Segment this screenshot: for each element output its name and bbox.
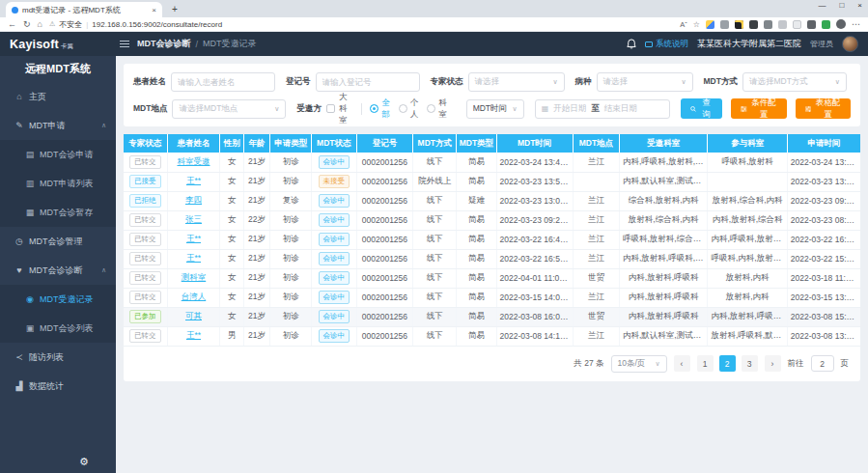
table-row[interactable]: 已参加可其女21岁初诊会诊中0002001256线下简易2022-03-08 1… xyxy=(124,307,860,326)
sidebar-item-mdt-consult-diagnosis[interactable]: ♥MDT会诊诊断∧ xyxy=(0,256,116,285)
new-tab-button[interactable]: + xyxy=(172,2,178,17)
column-header: MDT方式 xyxy=(413,134,457,153)
column-header: 申请类型 xyxy=(270,134,312,153)
reg-no-input[interactable] xyxy=(316,72,420,92)
status-badge: 已转交 xyxy=(129,155,161,169)
radio-all[interactable]: 全部 xyxy=(370,97,390,121)
extension-icon[interactable] xyxy=(764,20,772,29)
browser-profile-avatar[interactable] xyxy=(836,19,846,29)
patient-name-link[interactable]: 李四 xyxy=(185,195,202,205)
sidebar-item-mdt-consult-apply[interactable]: ▤MDT会诊申请 xyxy=(0,140,116,169)
page-button-2[interactable]: 2 xyxy=(719,355,736,372)
sidebar-item-mdt-invite-record[interactable]: ◉MDT受邀记录 xyxy=(0,285,116,314)
next-page-button[interactable]: › xyxy=(765,355,781,372)
extension-icon[interactable] xyxy=(793,20,801,29)
clock-icon: ◷ xyxy=(14,236,25,246)
column-header: MDT类型 xyxy=(457,134,496,153)
favorite-star-icon[interactable]: ☆ xyxy=(693,20,700,29)
sidebar: 远程MDT系统 ⌂主页✎MDT申请∧▤MDT会诊申请▥MDT申请列表▦MDT会诊… xyxy=(0,56,116,473)
extension-icon[interactable] xyxy=(807,20,816,29)
notification-bell-icon[interactable] xyxy=(627,39,636,49)
extension-icon[interactable] xyxy=(735,20,743,29)
table-row[interactable]: 已转交王**男21岁初诊会诊中0002001256线下简易2022-03-08 … xyxy=(124,326,860,346)
radio-dot-icon xyxy=(399,104,407,113)
sidebar-item-followup-list[interactable]: ≺随访列表 xyxy=(0,343,116,372)
user-avatar[interactable] xyxy=(842,36,858,52)
extension-icon[interactable] xyxy=(706,20,714,29)
reload-icon[interactable]: ↻ xyxy=(23,20,31,29)
extension-icon[interactable] xyxy=(720,20,729,29)
patient-name-link[interactable]: 王** xyxy=(186,253,201,263)
radio-personal[interactable]: 个人 xyxy=(399,97,419,121)
patient-name-link[interactable]: 王** xyxy=(186,330,201,340)
system-help-link[interactable]: 系统说明 xyxy=(645,39,688,50)
search-button[interactable]: 查询 xyxy=(681,98,723,119)
column-header: 受邀科室 xyxy=(619,134,708,153)
extension-icon[interactable] xyxy=(822,20,830,29)
sidebar-item-data-stats[interactable]: ▟数据统计 xyxy=(0,372,116,401)
page-button-1[interactable]: 1 xyxy=(697,355,714,372)
expert-status-select[interactable]: 请选择 ∨ xyxy=(468,72,565,92)
browser-tab[interactable]: mdt受邀记录 - 远程MDT系统 × xyxy=(6,2,162,17)
breadcrumb-parent[interactable]: MDT会诊诊断 xyxy=(137,38,191,50)
sidebar-item-home[interactable]: ⌂主页 xyxy=(0,82,116,111)
goto-suffix: 页 xyxy=(841,358,850,370)
column-header: 申请时间 xyxy=(787,134,860,153)
page-size-select[interactable]: 10条/页 ∨ xyxy=(611,355,667,373)
breadcrumb-current: MDT受邀记录 xyxy=(203,38,257,50)
goto-page-input[interactable] xyxy=(811,355,834,372)
extension-icon[interactable] xyxy=(749,20,758,29)
browser-tab-strip: mdt受邀记录 - 远程MDT系统 × + — □ × xyxy=(0,0,868,17)
table-row[interactable]: 已转交王**女21岁初诊会诊中0002001256线下简易2022-03-22 … xyxy=(124,249,860,268)
back-icon[interactable]: ← xyxy=(8,20,16,29)
table-row[interactable]: 已转交张三女22岁初诊会诊中0002001256线下简易2022-03-23 0… xyxy=(124,210,860,230)
extension-icon[interactable] xyxy=(778,20,787,29)
sidebar-item-mdt-consult-list[interactable]: ▣MDT会诊列表 xyxy=(0,314,116,343)
sliders-icon xyxy=(741,105,746,113)
sidebar-item-mdt-apply[interactable]: ✎MDT申请∧ xyxy=(0,111,116,140)
more-menu-icon[interactable]: ⋯ xyxy=(852,19,860,29)
window-maximize-button[interactable]: □ xyxy=(839,1,844,10)
disease-select[interactable]: 请选择 ∨ xyxy=(597,72,693,92)
table-row[interactable]: 已转交台湾人女21岁初诊会诊中0002001256线下简易2022-03-15 … xyxy=(124,288,860,307)
condition-config-button[interactable]: 条件配置 xyxy=(731,98,786,119)
prev-page-button[interactable]: ‹ xyxy=(674,355,690,372)
patient-name-link[interactable]: 王** xyxy=(186,234,201,243)
status-badge: 会诊中 xyxy=(319,291,350,304)
mdt-mode-select[interactable]: 请选择MDT方式 ∨ xyxy=(742,72,847,92)
patient-name-input[interactable] xyxy=(171,72,275,92)
patient-name-link[interactable]: 台湾人 xyxy=(182,292,207,301)
radio-dept[interactable]: 科室 xyxy=(427,97,447,121)
table-row[interactable]: 已接受王**女21岁初诊未接受0002001256院外线上简易2022-03-2… xyxy=(124,172,860,191)
page-button-3[interactable]: 3 xyxy=(742,355,758,372)
date-range-picker[interactable]: ▦ 开始日期 至 结束日期 xyxy=(535,99,670,119)
invitee-label: 受邀方 xyxy=(296,103,322,115)
patient-name-link[interactable]: 科室受邀 xyxy=(177,156,210,166)
sidebar-item-mdt-consult-manage[interactable]: ◷MDT会诊管理 xyxy=(0,227,116,256)
table-row[interactable]: 已转交测科室女21岁初诊会诊中0002001256线下简易2022-04-01 … xyxy=(124,268,860,288)
mdt-time-select[interactable]: MDT时间 ∨ xyxy=(466,99,524,119)
patient-name-link[interactable]: 测科室 xyxy=(182,272,207,282)
patient-name-link[interactable]: 张三 xyxy=(185,214,202,224)
home-icon[interactable]: ⌂ xyxy=(38,20,42,29)
settings-gear-icon[interactable]: ⚙ xyxy=(79,456,89,468)
window-minimize-button[interactable]: — xyxy=(818,1,826,10)
sidebar-item-mdt-consult-draft[interactable]: ▦MDT会诊暂存 xyxy=(0,198,116,227)
collapse-menu-icon[interactable] xyxy=(120,41,129,47)
tab-close-icon[interactable]: × xyxy=(152,6,156,14)
status-badge: 会诊中 xyxy=(319,194,350,208)
table-header-row: 专家状态患者姓名性别年龄申请类型MDT状态登记号MDT方式MDT类型MDT时间M… xyxy=(124,134,860,153)
window-close-button[interactable]: × xyxy=(857,1,862,10)
table-row[interactable]: 已转交科室受邀女21岁初诊会诊中0002001256线下简易2022-03-24… xyxy=(124,153,860,172)
mdt-place-select[interactable]: 请选择MDT地点 ∨ xyxy=(172,99,286,119)
big-dept-checkbox[interactable] xyxy=(326,104,335,113)
address-field[interactable]: ⚠ 不安全 | 192.168.0.156:9002/consultate/re… xyxy=(49,19,222,30)
patient-name-link[interactable]: 王** xyxy=(186,176,201,185)
patient-name-link[interactable]: 可其 xyxy=(185,311,202,320)
table-row[interactable]: 已转交王**女21岁初诊会诊中0002001256线下简易2022-03-22 … xyxy=(124,230,860,249)
sidebar-item-mdt-apply-list[interactable]: ▥MDT申请列表 xyxy=(0,169,116,198)
table-row[interactable]: 已拒绝李四女21岁复诊会诊中0002001256线下疑难2022-03-23 1… xyxy=(124,191,860,210)
table-config-button[interactable]: 表格配置 xyxy=(796,98,851,119)
board-icon: ▣ xyxy=(24,323,36,333)
read-aloud-icon[interactable]: Aˆ xyxy=(680,20,687,29)
